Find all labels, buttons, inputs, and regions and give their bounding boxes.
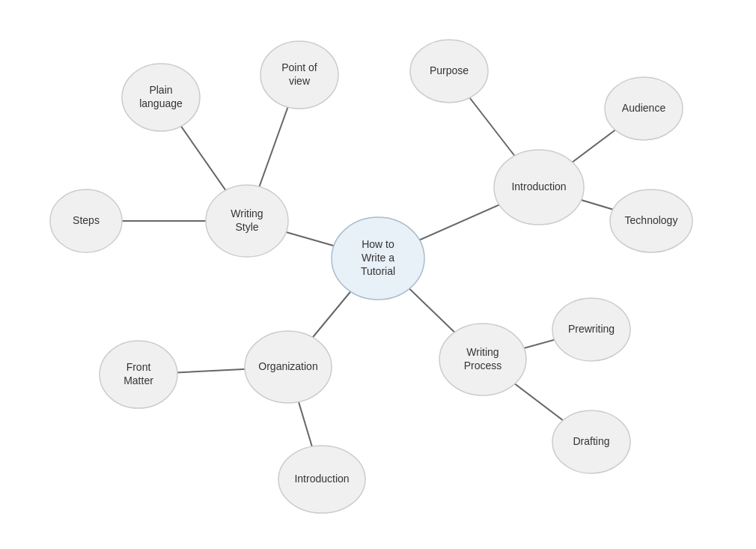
node-writingProcess[interactable]: WritingProcess	[439, 324, 526, 395]
node-label-audience: Audience	[622, 102, 666, 114]
node-label-introductionOrg: Introduction	[294, 473, 349, 485]
node-purpose[interactable]: Purpose	[410, 40, 488, 103]
node-introductionOrg[interactable]: Introduction	[278, 446, 365, 513]
node-label-drafting: Drafting	[573, 435, 609, 447]
node-center[interactable]: How toWrite aTutorial	[332, 217, 424, 300]
node-audience[interactable]: Audience	[605, 77, 683, 140]
node-technology[interactable]: Technology	[610, 189, 692, 252]
node-writingStyle[interactable]: WritingStyle	[206, 185, 288, 257]
node-plainLanguage[interactable]: Plainlanguage	[122, 64, 200, 131]
node-steps[interactable]: Steps	[50, 189, 122, 252]
node-prewriting[interactable]: Prewriting	[552, 298, 630, 361]
node-organization[interactable]: Organization	[245, 331, 332, 403]
node-frontMatter[interactable]: FrontMatter	[100, 341, 177, 408]
node-label-organization: Organization	[258, 360, 317, 372]
node-label-steps: Steps	[73, 214, 100, 226]
node-label-introduction: Introduction	[511, 181, 566, 192]
mind-map-svg: How toWrite aTutorialWritingStylePlainla…	[0, 0, 756, 549]
node-label-purpose: Purpose	[430, 64, 469, 76]
node-label-prewriting: Prewriting	[568, 323, 615, 335]
node-label-technology: Technology	[625, 214, 678, 226]
node-label-center: How toWrite aTutorial	[361, 238, 395, 277]
node-introduction[interactable]: Introduction	[494, 150, 584, 225]
node-drafting[interactable]: Drafting	[552, 410, 630, 473]
node-pointOfView[interactable]: Point ofview	[260, 41, 338, 109]
